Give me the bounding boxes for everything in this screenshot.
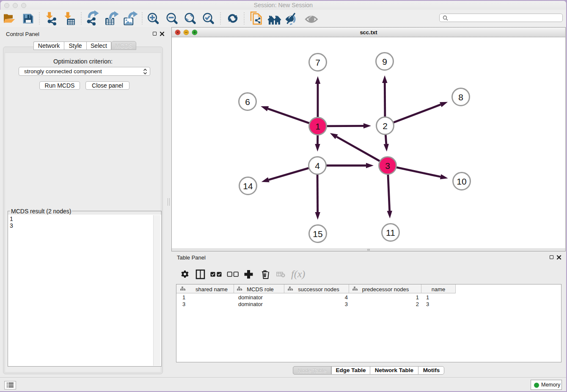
svg-text:shared name: shared name bbox=[195, 286, 228, 293]
svg-text:9: 9 bbox=[382, 57, 387, 66]
svg-text:11: 11 bbox=[386, 228, 395, 237]
svg-text:6: 6 bbox=[245, 97, 250, 107]
svg-text:3: 3 bbox=[345, 301, 348, 307]
svg-text:4: 4 bbox=[315, 161, 320, 171]
svg-text:1: 1 bbox=[315, 121, 320, 131]
svg-text:3: 3 bbox=[385, 161, 390, 171]
svg-text:4: 4 bbox=[345, 294, 348, 301]
svg-text:2: 2 bbox=[416, 301, 419, 307]
svg-text:f(x): f(x) bbox=[291, 268, 305, 279]
svg-text:predecessor nodes: predecessor nodes bbox=[362, 286, 409, 293]
svg-text:8: 8 bbox=[458, 92, 463, 102]
svg-text:2: 2 bbox=[383, 121, 388, 131]
svg-text:7: 7 bbox=[315, 58, 320, 67]
svg-text:1: 1 bbox=[182, 294, 185, 301]
svg-text:successor nodes: successor nodes bbox=[298, 286, 339, 293]
svg-text:10: 10 bbox=[457, 177, 466, 186]
svg-text:dominator: dominator bbox=[238, 301, 263, 307]
svg-text:3: 3 bbox=[426, 301, 429, 307]
svg-text:3: 3 bbox=[182, 301, 185, 307]
svg-text:dominator: dominator bbox=[238, 294, 263, 301]
svg-text:1: 1 bbox=[426, 294, 429, 301]
svg-text:name: name bbox=[432, 286, 446, 293]
svg-text:15: 15 bbox=[313, 229, 322, 239]
svg-text:MCDS role: MCDS role bbox=[247, 286, 274, 293]
svg-text:1: 1 bbox=[416, 294, 419, 301]
svg-text:14: 14 bbox=[243, 181, 253, 191]
